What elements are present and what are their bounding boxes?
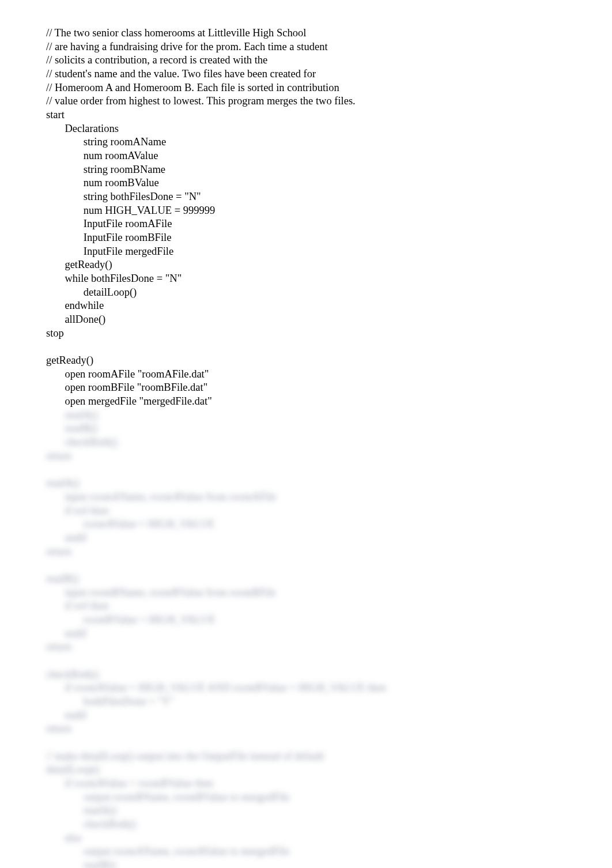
code-blurred-section: readA() readB() checkBoth() return readA… xyxy=(46,409,386,868)
document-page: // The two senior class homerooms at Lit… xyxy=(0,0,612,868)
code-clear-section: // The two senior class homerooms at Lit… xyxy=(46,27,356,407)
